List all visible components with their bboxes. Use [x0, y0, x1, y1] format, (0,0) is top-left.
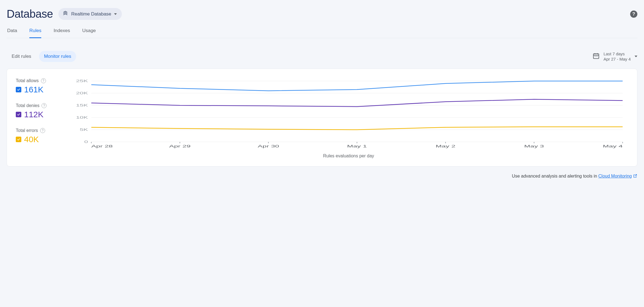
cloud-monitoring-footer: Use advanced analysis and alerting tools… — [7, 174, 637, 179]
metrics-legend: Total allows?161KTotal denies?112KTotal … — [16, 78, 60, 158]
svg-text:May 4: May 4 — [603, 144, 622, 148]
svg-text:15K: 15K — [76, 103, 88, 107]
svg-text:20K: 20K — [76, 91, 88, 95]
metric-label: Total allows? — [16, 78, 60, 83]
help-tooltip-icon[interactable]: ? — [42, 103, 47, 108]
subtab-monitor-rules[interactable]: Monitor rules — [39, 51, 76, 62]
chevron-down-icon — [114, 13, 117, 15]
svg-text:25K: 25K — [76, 79, 88, 83]
date-range-label: Last 7 days — [604, 51, 631, 57]
svg-point-4 — [594, 56, 595, 57]
subtab-edit-rules[interactable]: Edit rules — [7, 51, 36, 62]
svg-text:10K: 10K — [76, 116, 88, 119]
svg-text:Apr 28: Apr 28 — [91, 144, 113, 148]
footer-text: Use advanced analysis and alerting tools… — [512, 174, 598, 178]
chart-x-axis-label: Rules evaluations per day — [69, 154, 628, 158]
tab-usage[interactable]: Usage — [82, 28, 96, 38]
metric-label: Total errors? — [16, 128, 60, 133]
svg-text:May 3: May 3 — [524, 144, 544, 148]
help-tooltip-icon[interactable]: ? — [40, 128, 45, 133]
metric-total-denies: Total denies?112K — [16, 103, 60, 119]
chart-container: 05K10K15K20K25KApr 28Apr 29Apr 30May 1Ma… — [69, 78, 628, 158]
calendar-icon — [593, 52, 600, 61]
date-range-dates: Apr 27 - May 4 — [604, 56, 631, 62]
help-tooltip-icon[interactable]: ? — [41, 78, 46, 83]
svg-text:May 1: May 1 — [347, 144, 367, 148]
metric-toggle-checkbox[interactable] — [16, 87, 21, 92]
tab-indexes[interactable]: Indexes — [53, 28, 70, 38]
chevron-down-icon — [635, 56, 637, 57]
chart-series-line — [91, 127, 623, 130]
date-range-picker[interactable]: Last 7 days Apr 27 - May 4 — [593, 51, 637, 62]
svg-text:May 2: May 2 — [436, 144, 455, 148]
monitor-rules-card: Total allows?161KTotal denies?112KTotal … — [7, 69, 637, 166]
rules-evaluations-chart: 05K10K15K20K25KApr 28Apr 29Apr 30May 1Ma… — [69, 78, 628, 150]
tab-data[interactable]: Data — [7, 28, 17, 38]
metric-value: 161K — [24, 85, 43, 94]
svg-text:0: 0 — [84, 140, 88, 144]
metric-label: Total denies? — [16, 103, 60, 108]
main-tabs: DataRulesIndexesUsage — [7, 28, 637, 38]
external-link-icon — [633, 174, 637, 179]
metric-total-allows: Total allows?161K — [16, 78, 60, 94]
metric-toggle-checkbox[interactable] — [16, 137, 21, 142]
chart-series-line — [91, 81, 623, 91]
database-type-label: Realtime Database — [71, 11, 111, 17]
svg-text:Apr 30: Apr 30 — [258, 144, 279, 148]
cloud-monitoring-link[interactable]: Cloud Monitoring — [598, 174, 637, 178]
metric-total-errors: Total errors?40K — [16, 128, 60, 144]
database-type-selector[interactable]: Realtime Database — [58, 8, 122, 20]
svg-text:Apr 29: Apr 29 — [169, 144, 190, 148]
svg-point-5 — [596, 56, 596, 57]
metric-value: 40K — [24, 135, 39, 144]
page-title: Database — [7, 8, 53, 20]
rules-subtabs: Edit rulesMonitor rules — [7, 51, 76, 62]
realtime-database-icon — [62, 10, 68, 18]
help-icon[interactable]: ? — [630, 11, 637, 18]
metric-toggle-checkbox[interactable] — [16, 112, 21, 117]
tab-rules[interactable]: Rules — [29, 28, 41, 38]
svg-text:5K: 5K — [80, 128, 88, 131]
svg-point-6 — [597, 56, 597, 57]
metric-value: 112K — [24, 110, 43, 119]
